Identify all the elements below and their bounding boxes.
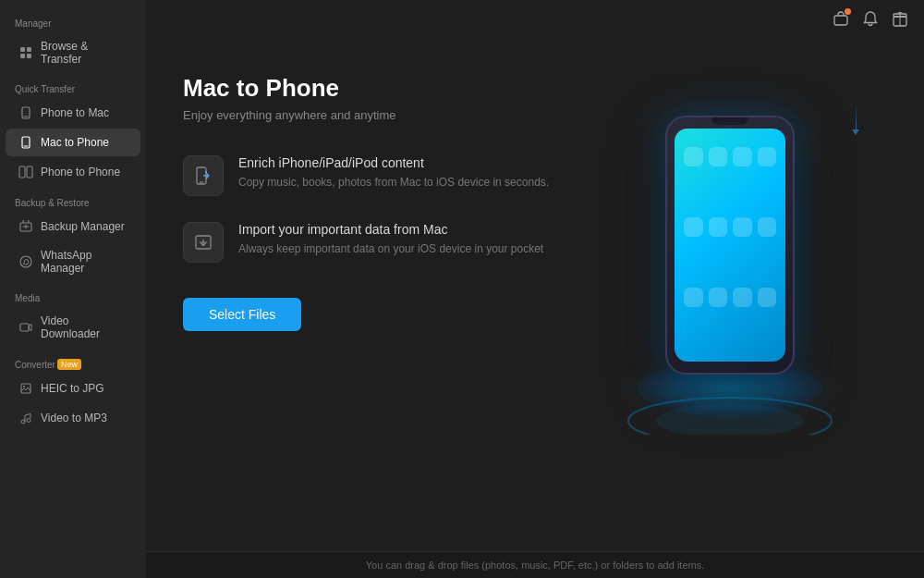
sidebar-item-label: WhatsApp Manager xyxy=(41,249,128,275)
app-icon-4 xyxy=(758,147,777,166)
sidebar-item-browse-transfer[interactable]: Browse & Transfer xyxy=(6,33,140,72)
sidebar-item-label: HEIC to JPG xyxy=(41,382,104,395)
svg-rect-3 xyxy=(27,54,31,58)
feature-desc-import: Always keep important data on your iOS d… xyxy=(238,240,543,257)
svg-rect-1 xyxy=(27,47,31,52)
svg-point-16 xyxy=(23,386,25,387)
app-icon-7 xyxy=(733,217,752,237)
sidebar-item-video-downloader[interactable]: Video Downloader xyxy=(6,308,140,347)
svg-rect-0 xyxy=(20,47,25,52)
sidebar-item-phone-to-mac[interactable]: Phone to Mac xyxy=(6,99,140,127)
music-icon xyxy=(18,411,33,425)
sidebar-item-label: Phone to Mac xyxy=(41,106,109,119)
phone-platform xyxy=(591,83,869,435)
feature-title-enrich: Enrich iPhone/iPad/iPod content xyxy=(238,155,549,170)
glow-ellipse-svg xyxy=(619,370,841,435)
app-icon-8 xyxy=(758,217,777,237)
page-subtitle: Enjoy everything anywhere and anytime xyxy=(183,108,573,122)
sidebar-item-backup-manager[interactable]: Backup Manager xyxy=(6,213,140,240)
sidebar-item-label: Video to MP3 xyxy=(41,412,107,424)
main-content: Mac to Phone Enjoy everything anywhere a… xyxy=(146,0,924,578)
app-icon-6 xyxy=(709,217,728,237)
sidebar-item-label: Phone to Phone xyxy=(41,166,120,178)
phone-notch xyxy=(711,117,748,125)
svg-rect-8 xyxy=(19,166,25,178)
app-icon-10 xyxy=(709,288,728,307)
svg-rect-14 xyxy=(20,324,29,331)
enrich-icon-box xyxy=(183,155,224,196)
sidebar-section-quick-transfer: Quick Transfer xyxy=(0,73,146,98)
import-icon-box xyxy=(183,222,224,263)
feature-desc-enrich: Copy music, books, photos from Mac to iO… xyxy=(238,174,549,191)
feature-card-enrich: Enrich iPhone/iPad/iPod content Copy mus… xyxy=(183,155,573,196)
sidebar-section-manager: Manager xyxy=(0,7,146,32)
bottom-bar-link: photos, music, PDF, etc. xyxy=(485,560,595,571)
sidebar-item-phone-to-phone[interactable]: Phone to Phone xyxy=(6,158,140,186)
app-icon-9 xyxy=(684,288,703,307)
app-icon-3 xyxy=(733,147,752,166)
svg-point-27 xyxy=(205,171,207,173)
sidebar-item-label: Mac to Phone xyxy=(41,136,109,149)
svg-rect-15 xyxy=(21,384,30,393)
notification-badge xyxy=(845,8,851,15)
sidebar-item-label: Backup Manager xyxy=(41,220,125,233)
page-title: Mac to Phone xyxy=(183,74,573,103)
whatsapp-icon xyxy=(18,254,33,269)
app-icon-2 xyxy=(709,147,728,166)
phone-body xyxy=(665,116,795,375)
sidebar: Manager Browse & Transfer Quick Transfer… xyxy=(0,0,146,578)
feature-card-import: Import your important data from Mac Alwa… xyxy=(183,222,573,263)
sidebar-item-label: Video Downloader xyxy=(41,314,128,340)
app-icon-11 xyxy=(733,288,752,307)
svg-point-18 xyxy=(27,419,30,423)
svg-point-31 xyxy=(656,404,804,435)
feature-text-import: Import your important data from Mac Alwa… xyxy=(238,222,543,257)
notification-icon[interactable] xyxy=(832,9,850,28)
sidebar-item-label: Browse & Transfer xyxy=(41,40,128,66)
heic-icon xyxy=(18,381,33,396)
content-left: Mac to Phone Enjoy everything anywhere a… xyxy=(183,65,573,331)
sidebar-item-whatsapp-manager[interactable]: WhatsApp Manager xyxy=(6,242,140,281)
phones-icon xyxy=(18,165,33,179)
svg-point-13 xyxy=(20,256,31,267)
phone-screen xyxy=(675,129,785,362)
svg-rect-19 xyxy=(834,16,847,25)
app-icon-12 xyxy=(758,288,777,307)
grid-icon xyxy=(18,45,33,60)
app-icon-5 xyxy=(684,217,703,237)
feature-text-enrich: Enrich iPhone/iPad/iPod content Copy mus… xyxy=(238,155,549,191)
bottom-bar-text: You can drag & drop files (photos, music… xyxy=(366,560,704,571)
sidebar-section-converter: Converter xyxy=(15,360,55,370)
feature-title-import: Import your important data from Mac xyxy=(238,222,543,237)
bell-icon[interactable] xyxy=(861,9,880,28)
phone-arrow-icon xyxy=(18,105,33,120)
topbar xyxy=(146,0,924,37)
svg-rect-9 xyxy=(27,166,32,178)
sidebar-item-mac-to-phone[interactable]: Mac to Phone xyxy=(6,129,140,156)
backup-icon xyxy=(18,219,33,234)
sidebar-section-media: Media xyxy=(0,282,146,307)
sidebar-item-video-to-mp3[interactable]: Video to MP3 xyxy=(6,404,140,432)
sidebar-item-heic-to-jpg[interactable]: HEIC to JPG xyxy=(6,375,140,402)
svg-point-17 xyxy=(21,420,25,424)
bottom-bar: You can drag & drop files (photos, music… xyxy=(146,551,924,578)
content-area: Mac to Phone Enjoy everything anywhere a… xyxy=(146,37,924,551)
gift-icon[interactable] xyxy=(891,9,909,28)
app-icon-1 xyxy=(684,147,703,166)
svg-rect-2 xyxy=(20,54,25,58)
phone-icon xyxy=(18,135,33,150)
sidebar-section-backup: Backup & Restore xyxy=(0,187,146,212)
select-files-button[interactable]: Select Files xyxy=(183,298,301,331)
phone-illustration xyxy=(573,65,887,453)
video-icon xyxy=(18,320,33,335)
converter-new-badge: New xyxy=(57,359,81,370)
